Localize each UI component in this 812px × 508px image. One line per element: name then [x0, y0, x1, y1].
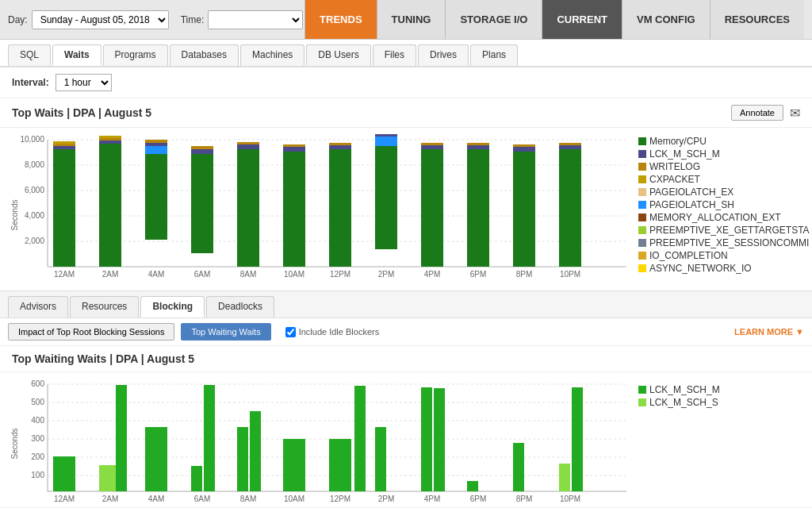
svg-rect-47: [513, 152, 535, 267]
legend-pageiolatch-ex: PAGEIOLATCH_EX: [649, 187, 733, 198]
legend-async-network-io: ASYNC_NETWORK_IO: [649, 263, 752, 274]
svg-rect-38: [375, 146, 397, 249]
bottom-chart-header: Top Waiting Waits | DPA | August 5: [0, 346, 812, 372]
legend-lck-m-sch-m-bottom: LCK_M_SCH_M: [649, 384, 720, 395]
svg-rect-96: [559, 464, 570, 491]
bottom-chart-section: Top Waiting Waits | DPA | August 5 Secon…: [0, 346, 812, 507]
legend-writelog: WRITELOG: [649, 161, 700, 172]
nav-tab-storage-io[interactable]: STORAGE I/O: [445, 0, 542, 39]
svg-text:4PM: 4PM: [424, 270, 441, 279]
top-chart-legend: Memory/CPU LCK_M_SCH_M WRITELOG CXPACKET…: [634, 132, 793, 291]
nav-tab-trends[interactable]: TRENDS: [304, 0, 376, 39]
svg-text:10AM: 10AM: [284, 270, 304, 279]
blocking-tab-deadlocks[interactable]: Deadlocks: [206, 296, 274, 318]
svg-rect-22: [145, 154, 167, 240]
sub-tab-sql[interactable]: SQL: [8, 44, 51, 66]
mail-icon[interactable]: ✉: [790, 106, 800, 121]
svg-text:10,000: 10,000: [20, 135, 44, 144]
svg-text:10PM: 10PM: [560, 495, 580, 503]
svg-rect-30: [237, 144, 259, 149]
svg-text:500: 500: [31, 398, 44, 406]
svg-rect-19: [99, 140, 121, 144]
sub-tab-plans[interactable]: Plans: [470, 44, 518, 66]
svg-rect-14: [53, 149, 75, 267]
nav-tab-tuning[interactable]: TUNING: [377, 0, 446, 39]
svg-rect-89: [329, 439, 351, 491]
nav-tab-vm-config[interactable]: VM CONFIG: [622, 0, 710, 39]
sub-tab-drives[interactable]: Drives: [418, 44, 469, 66]
svg-rect-88: [283, 439, 305, 491]
svg-text:100: 100: [31, 471, 44, 479]
svg-text:10AM: 10AM: [284, 495, 304, 503]
sub-tabs-bar: SQL Waits Programs Databases Machines DB…: [0, 40, 812, 67]
svg-rect-24: [145, 143, 167, 146]
svg-rect-93: [434, 388, 445, 491]
svg-rect-82: [116, 385, 127, 491]
learn-more-link[interactable]: LEARN MORE ▼: [734, 327, 804, 337]
svg-text:600: 600: [31, 379, 44, 388]
legend-cxpacket: CXPACKET: [649, 174, 700, 185]
sub-tab-db-users[interactable]: DB Users: [306, 44, 370, 66]
svg-text:12AM: 12AM: [54, 495, 75, 503]
legend-io-completion: IO_COMPLETION: [649, 250, 728, 261]
svg-text:2,000: 2,000: [25, 237, 44, 245]
svg-rect-18: [99, 144, 121, 267]
day-select[interactable]: Sunday - August 05, 2018: [32, 10, 169, 29]
interval-select[interactable]: 1 hour 30 min 15 min: [56, 74, 112, 91]
svg-text:4,000: 4,000: [25, 211, 44, 220]
svg-rect-35: [329, 149, 351, 267]
sub-tab-databases[interactable]: Databases: [170, 44, 239, 66]
svg-rect-83: [145, 427, 167, 491]
bottom-chart-title: Top Waiting Waits | DPA | August 5: [12, 352, 194, 365]
sub-tab-programs[interactable]: Programs: [103, 44, 168, 66]
blocking-tab-resources[interactable]: Resources: [70, 296, 139, 318]
idle-check-group: Include Idle Blockers: [285, 327, 380, 337]
svg-rect-17: [53, 141, 75, 144]
svg-rect-84: [191, 466, 202, 491]
sub-tab-waits[interactable]: Waits: [52, 44, 102, 66]
svg-text:12AM: 12AM: [54, 270, 75, 279]
nav-tab-resources[interactable]: RESOURCES: [710, 0, 804, 39]
svg-rect-23: [145, 146, 167, 154]
svg-rect-50: [559, 149, 581, 267]
blocking-tab-advisors[interactable]: Advisors: [8, 296, 68, 318]
svg-rect-52: [559, 143, 581, 145]
svg-text:12PM: 12PM: [330, 495, 350, 503]
impact-button[interactable]: Impact of Top Root Blocking Sessions: [8, 323, 174, 341]
svg-rect-28: [191, 146, 213, 149]
svg-rect-43: [421, 143, 443, 145]
idle-blockers-label: Include Idle Blockers: [299, 327, 380, 337]
top-chart-svg: Seconds 10,000 8,000 6,000 4,000 2,000: [8, 132, 634, 291]
nav-tab-current[interactable]: CURRENT: [542, 0, 622, 39]
svg-rect-34: [283, 144, 305, 147]
annotate-button[interactable]: Annotate: [731, 105, 783, 121]
svg-text:400: 400: [31, 416, 44, 425]
sub-tab-files[interactable]: Files: [373, 44, 416, 66]
svg-text:4AM: 4AM: [148, 495, 165, 503]
svg-rect-48: [513, 147, 535, 152]
idle-blockers-checkbox[interactable]: [285, 327, 296, 337]
interval-label: Interval:: [12, 77, 49, 88]
svg-rect-91: [375, 427, 386, 491]
svg-text:2AM: 2AM: [102, 270, 119, 279]
svg-text:10PM: 10PM: [560, 270, 580, 279]
svg-rect-97: [572, 387, 583, 491]
time-label: Time:: [181, 14, 205, 25]
svg-text:6AM: 6AM: [194, 495, 211, 503]
svg-rect-21: [99, 136, 121, 138]
blocking-tab-blocking[interactable]: Blocking: [140, 296, 205, 318]
svg-rect-85: [204, 385, 215, 491]
day-label: Day:: [8, 14, 28, 25]
time-select[interactable]: [208, 10, 303, 29]
waiting-waits-button[interactable]: Top Waiting Waits: [181, 323, 270, 341]
svg-text:8PM: 8PM: [516, 495, 533, 503]
svg-rect-86: [237, 427, 248, 491]
svg-rect-25: [145, 140, 167, 143]
sub-tab-machines[interactable]: Machines: [240, 44, 304, 66]
svg-text:12PM: 12PM: [330, 270, 350, 279]
legend-pageiolatch-sh: PAGEIOLATCH_SH: [649, 199, 734, 210]
top-chart-header: Top Waits | DPA | August 5 Annotate ✉: [0, 98, 812, 128]
svg-rect-37: [329, 143, 351, 145]
legend-memory-cpu: Memory/CPU: [649, 136, 707, 147]
bottom-chart-legend: LCK_M_SCH_M LCK_M_SCH_S: [634, 376, 793, 507]
